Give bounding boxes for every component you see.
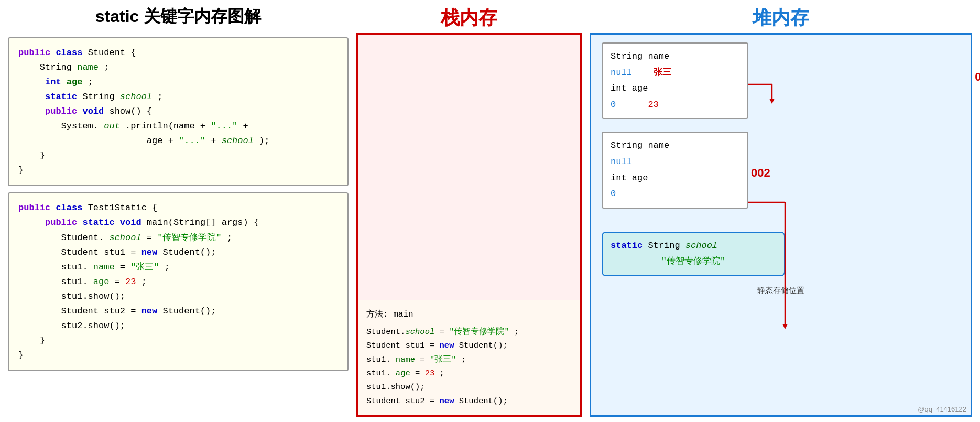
code-line: stu1. name = "张三" ; — [18, 260, 338, 275]
heap-label-002: 002 — [751, 166, 770, 180]
watermark: @qq_41416122 — [918, 405, 966, 413]
svg-marker-5 — [782, 324, 788, 329]
code-box-student: public class Student { String name ; int… — [8, 37, 349, 186]
code-line: System. out .println(name + "..." + — [18, 119, 338, 134]
code-line: Student stu1 = new Student(); — [18, 245, 338, 260]
heap-row-2: String name null int age 0 002 — [602, 132, 960, 208]
code-line: public class Student { — [18, 46, 338, 60]
static-storage-label: 静态存储位置 — [602, 286, 960, 296]
heap-title: 堆内存 — [590, 5, 972, 31]
heap-obj1-val1: null 张三 — [611, 65, 739, 81]
stack-line: stu1. name = "张三" ; — [366, 353, 572, 366]
code-line: public static void main(String[] args) { — [18, 215, 338, 230]
stack-title: 栈内存 — [356, 5, 582, 31]
code-line: } — [18, 333, 338, 348]
code-line: Student. school = "传智专修学院" ; — [18, 231, 338, 245]
heap-static-box: static String school "传智专修学院" — [602, 232, 785, 276]
heap-obj1-field2: int age — [611, 81, 739, 97]
heap-object-2: String name null int age 0 — [602, 132, 748, 208]
heap-object-1: String name null 张三 int age 0 23 — [602, 42, 748, 119]
right-panel: 堆内存 String name — [590, 5, 972, 417]
code-line: age + "..." + school ); — [18, 134, 338, 148]
heap-row-1: String name null 张三 int age 0 23 — [602, 42, 960, 119]
heap-obj1-val2: 0 23 — [611, 97, 739, 113]
stack-top-empty — [358, 35, 580, 300]
heap-label-001: 001 — [975, 70, 980, 84]
stack-line: stu1. age = 23 ; — [366, 366, 572, 380]
static-field: static String school — [611, 238, 776, 254]
main-container: static 关键字内存图解 public class Student { St… — [0, 0, 980, 422]
code-line: int age ; — [18, 75, 338, 90]
stack-line: Student stu2 = new Student(); — [366, 394, 572, 408]
stack-method-frame: 方法: main Student.school = "传智专修学院" ; Stu… — [358, 300, 580, 415]
code-line: stu2.show(); — [18, 319, 338, 333]
code-line: public void show() { — [18, 104, 338, 119]
middle-panel: 栈内存 方法: main Student.school = "传智专修学院" ;… — [356, 5, 582, 417]
heap-obj2-field2: int age — [611, 170, 739, 187]
code-line: public class Test1Static { — [18, 201, 338, 215]
code-line: static String school ; — [18, 90, 338, 104]
stack-area: 方法: main Student.school = "传智专修学院" ; Stu… — [356, 33, 582, 417]
static-value: "传智专修学院" — [611, 254, 776, 270]
stack-method-label: 方法: main — [366, 308, 572, 322]
code-line: Student stu2 = new Student(); — [18, 304, 338, 319]
stack-line: Student.school = "传智专修学院" ; — [366, 325, 572, 339]
code-line: } — [18, 348, 338, 363]
code-line: } — [18, 148, 338, 163]
heap-area: String name null 张三 int age 0 23 — [590, 33, 972, 417]
stack-line: Student stu1 = new Student(); — [366, 339, 572, 352]
code-box-test: public class Test1Static { public static… — [8, 192, 349, 371]
left-panel: static 关键字内存图解 public class Student { St… — [8, 5, 349, 417]
code-line: } — [18, 163, 338, 178]
heap-obj2-val2: 0 — [611, 186, 739, 202]
page-title: static 关键字内存图解 — [8, 5, 349, 28]
code-line: stu1. age = 23 ; — [18, 275, 338, 289]
heap-obj2-field1: String name — [611, 138, 739, 154]
heap-objects-column: String name null 张三 int age 0 23 — [602, 42, 960, 296]
heap-obj1-field1: String name — [611, 49, 739, 65]
code-line: String name ; — [18, 60, 338, 75]
code-line: stu1.show(); — [18, 289, 338, 304]
heap-obj2-val1: null — [611, 154, 739, 170]
stack-line: stu1.show(); — [366, 380, 572, 394]
